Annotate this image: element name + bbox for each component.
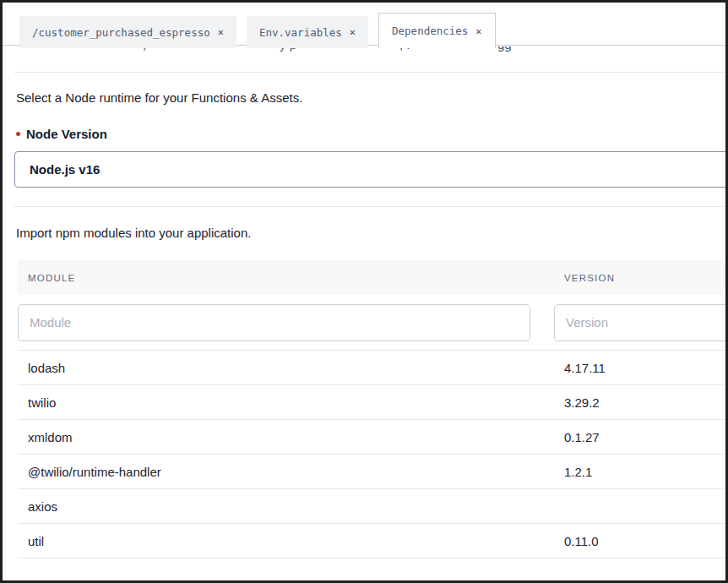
close-icon[interactable]: ✕ <box>350 27 356 37</box>
close-icon[interactable]: ✕ <box>475 26 481 36</box>
module-cell: axios <box>18 499 554 514</box>
modules-description: Import npm modules into your application… <box>16 226 251 240</box>
version-input[interactable] <box>554 304 728 341</box>
tab-env-variables[interactable]: Env.variables ✕ <box>247 16 368 48</box>
version-cell: 3.29.2 <box>554 395 728 410</box>
table-rows: lodash 4.17.11 twilio 3.29.2 xmldom 0.1.… <box>18 350 728 558</box>
add-module-row <box>18 295 728 350</box>
tab-label: /customer_purchased_espresso <box>32 26 210 39</box>
table-row[interactable]: util 0.11.0 <box>18 524 728 558</box>
version-cell: 4.17.11 <box>554 361 728 375</box>
table-row[interactable]: axios <box>18 489 728 524</box>
section-divider <box>14 206 725 207</box>
table-row[interactable]: xmldom 0.1.27 <box>18 420 728 455</box>
editor-tabbar: /customer_purchased_espresso ✕ Env.varia… <box>19 13 496 48</box>
dependencies-panel: /customer_purchased_espresso ✕ Env.varia… <box>0 0 728 583</box>
clipped-fragment: gg <box>497 46 512 52</box>
node-version-select[interactable]: Node.js v16 <box>14 151 728 188</box>
required-indicator-icon <box>16 132 20 136</box>
module-column-header: MODULE <box>18 273 554 283</box>
table-header: MODULE VERSION <box>18 260 728 295</box>
version-cell: 1.2.1 <box>554 465 728 479</box>
table-row[interactable]: lodash 4.17.11 <box>18 351 728 385</box>
tab-dependencies[interactable]: Dependencies ✕ <box>378 13 496 48</box>
module-cell: util <box>18 534 554 548</box>
node-version-value: Node.js v16 <box>30 162 100 177</box>
module-cell: twilio <box>18 395 554 410</box>
version-cell: 0.1.27 <box>554 430 728 444</box>
table-row[interactable]: twilio 3.29.2 <box>18 385 728 420</box>
module-cell: lodash <box>18 361 554 375</box>
tab-label: Env.variables <box>259 26 342 39</box>
tab-label: Dependencies <box>392 25 468 37</box>
close-icon[interactable]: ✕ <box>218 27 224 37</box>
version-cell: 0.11.0 <box>554 534 728 548</box>
node-version-label: Node Version <box>16 127 107 141</box>
section-divider <box>14 72 725 73</box>
table-row[interactable]: @twilio/runtime-handler 1.2.1 <box>18 455 728 489</box>
version-column-header: VERSION <box>554 273 728 283</box>
module-input[interactable] <box>18 304 530 341</box>
runtime-description: Select a Node runtime for your Functions… <box>16 90 302 105</box>
tab-customer-purchased-espresso[interactable]: /customer_purchased_espresso ✕ <box>19 16 236 48</box>
node-version-label-text: Node Version <box>26 127 107 141</box>
module-cell: @twilio/runtime-handler <box>18 465 554 479</box>
modules-table: MODULE VERSION lodash 4.17.11 twilio 3.2… <box>18 260 728 558</box>
module-cell: xmldom <box>18 430 554 444</box>
